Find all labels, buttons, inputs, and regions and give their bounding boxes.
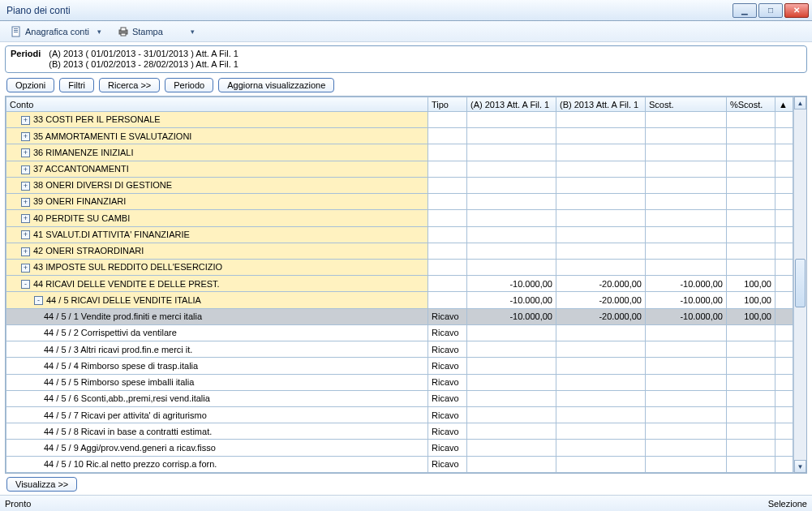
cell-blank [775, 440, 793, 456]
scroll-thumb[interactable] [795, 259, 806, 307]
col-conto[interactable]: Conto [6, 97, 428, 112]
table-row[interactable]: +42 ONERI STRAORDINARI [6, 243, 793, 259]
table-row[interactable]: +40 PERDITE SU CAMBI [6, 210, 793, 226]
cell-conto[interactable]: 44 / 5 / 2 Corrispettivi da ventilare [6, 324, 428, 341]
expand-icon[interactable]: + [21, 198, 30, 207]
expand-icon[interactable]: + [21, 165, 30, 174]
cell-scost [646, 226, 727, 243]
table-row[interactable]: 44 / 5 / 7 Ricavi per attivita' di agrit… [6, 406, 793, 423]
table-row[interactable]: 44 / 5 / 1 Vendite prod.finiti e merci i… [6, 308, 793, 324]
cell-scost [646, 406, 727, 423]
table-row[interactable]: 44 / 5 / 8 Ricavi in base a contratti es… [6, 423, 793, 440]
minimize-icon: ▁ [741, 6, 748, 15]
cell-blank [775, 112, 793, 128]
table-row[interactable]: +43 IMPOSTE SUL REDDITO DELL'ESERCIZIO [6, 259, 793, 275]
cell-conto[interactable]: +43 IMPOSTE SUL REDDITO DELL'ESERCIZIO [6, 259, 428, 275]
table-row[interactable]: +35 AMMORTAMENTI E SVALUTAZIONI [6, 128, 793, 144]
cell-conto[interactable]: +39 ONERI FINANZIARI [6, 194, 428, 210]
cell-conto[interactable]: 44 / 5 / 4 Rimborso spese di trasp.itali… [6, 358, 428, 374]
maximize-button[interactable]: □ [758, 3, 783, 18]
col-a[interactable]: (A) 2013 Att. A Fil. 1 [467, 97, 556, 112]
cell-conto[interactable]: 44 / 5 / 1 Vendite prod.finiti e merci i… [6, 308, 428, 324]
cell-b [556, 226, 646, 243]
table-row[interactable]: +39 ONERI FINANZIARI [6, 194, 793, 210]
cell-conto[interactable]: +41 SVALUT.DI ATTIVITA' FINANZIARIE [6, 226, 428, 243]
cell-conto[interactable]: -44 RICAVI DELLE VENDITE E DELLE PREST. [6, 276, 428, 292]
table-row[interactable]: +38 ONERI DIVERSI DI GESTIONE [6, 177, 793, 193]
table-row[interactable]: 44 / 5 / 3 Altri ricavi prod.fin.e merci… [6, 341, 793, 358]
cell-tipo [428, 194, 467, 210]
ricerca-button[interactable]: Ricerca >> [99, 78, 160, 92]
expand-icon[interactable]: + [21, 116, 30, 125]
collapse-icon[interactable]: - [21, 280, 30, 289]
col-tipo[interactable]: Tipo [428, 97, 467, 112]
expand-icon[interactable]: + [21, 182, 30, 191]
expand-icon[interactable]: + [21, 148, 30, 157]
table-row[interactable]: 44 / 5 / 10 Ric.al netto prezzo corrisp.… [6, 456, 793, 472]
col-b[interactable]: (B) 2013 Att. A Fil. 1 [556, 97, 646, 112]
anagrafica-conti-menu[interactable]: Anagrafica conti ▾ [5, 24, 107, 40]
cell-tipo: Ricavo [428, 440, 467, 456]
cell-a [467, 259, 556, 275]
cell-conto[interactable]: 44 / 5 / 9 Aggi/prov.vend.generi a ricav… [6, 440, 428, 456]
expand-icon[interactable]: + [21, 230, 30, 239]
vertical-scrollbar[interactable]: ▲ ▼ [793, 97, 806, 473]
table-row[interactable]: -44 RICAVI DELLE VENDITE E DELLE PREST.-… [6, 276, 793, 292]
table-row[interactable]: +33 COSTI PER IL PERSONALE [6, 112, 793, 128]
table-row[interactable]: +41 SVALUT.DI ATTIVITA' FINANZIARIE [6, 226, 793, 243]
chevron-down-icon: ▾ [191, 28, 195, 36]
filtri-button[interactable]: Filtri [59, 78, 94, 92]
cell-conto[interactable]: +35 AMMORTAMENTI E SVALUTAZIONI [6, 128, 428, 144]
visualizza-button[interactable]: Visualizza >> [6, 477, 77, 492]
table-row[interactable]: +37 ACCANTONAMENTI [6, 161, 793, 177]
table-row[interactable]: 44 / 5 / 5 Rimborso spese imballi italia… [6, 374, 793, 390]
opzioni-button[interactable]: Opzioni [6, 78, 54, 92]
cell-conto[interactable]: 44 / 5 / 3 Altri ricavi prod.fin.e merci… [6, 341, 428, 358]
cell-conto[interactable]: +40 PERDITE SU CAMBI [6, 210, 428, 226]
table-row[interactable]: -44 / 5 RICAVI DELLE VENDITE ITALIA-10.0… [6, 292, 793, 308]
cell-conto[interactable]: +36 RIMANENZE INIZIALI [6, 144, 428, 161]
row-label: 35 AMMORTAMENTI E SVALUTAZIONI [33, 131, 191, 141]
svg-rect-6 [121, 33, 126, 36]
cell-a [467, 324, 556, 341]
cell-a: -10.000,00 [467, 292, 556, 308]
cell-scost [646, 324, 727, 341]
cell-pscost [727, 226, 775, 243]
row-label: 44 / 5 / 10 Ric.al netto prezzo corrisp.… [44, 459, 217, 469]
cell-b [556, 423, 646, 440]
table-row[interactable]: +36 RIMANENZE INIZIALI [6, 144, 793, 161]
expand-icon[interactable]: + [21, 264, 30, 273]
table-row[interactable]: 44 / 5 / 4 Rimborso spese di trasp.itali… [6, 358, 793, 374]
expand-icon[interactable]: + [21, 214, 30, 223]
cell-blank [775, 177, 793, 193]
col-scost[interactable]: Scost. [646, 97, 727, 112]
cell-conto[interactable]: -44 / 5 RICAVI DELLE VENDITE ITALIA [6, 292, 428, 308]
col-pscost[interactable]: %Scost. [727, 97, 775, 112]
periodo-button[interactable]: Periodo [165, 78, 213, 92]
cell-scost [646, 177, 727, 193]
cell-conto[interactable]: +42 ONERI STRAORDINARI [6, 243, 428, 259]
table-row[interactable]: 44 / 5 / 2 Corrispettivi da ventilareRic… [6, 324, 793, 341]
cell-conto[interactable]: 44 / 5 / 5 Rimborso spese imballi italia [6, 374, 428, 390]
aggiorna-button[interactable]: Aggiorna visualizzazione [218, 78, 334, 92]
table-row[interactable]: 44 / 5 / 6 Sconti,abb.,premi,resi vend.i… [6, 390, 793, 406]
cell-conto[interactable]: 44 / 5 / 7 Ricavi per attivita' di agrit… [6, 406, 428, 423]
scroll-down-icon[interactable]: ▼ [794, 460, 806, 473]
cell-conto[interactable]: +37 ACCANTONAMENTI [6, 161, 428, 177]
cell-tipo: Ricavo [428, 406, 467, 423]
table-row[interactable]: 44 / 5 / 9 Aggi/prov.vend.generi a ricav… [6, 440, 793, 456]
expand-icon[interactable]: + [21, 132, 30, 141]
accounts-grid[interactable]: Conto Tipo (A) 2013 Att. A Fil. 1 (B) 20… [6, 97, 793, 473]
cell-conto[interactable]: 44 / 5 / 6 Sconti,abb.,premi,resi vend.i… [6, 390, 428, 406]
close-button[interactable]: ✕ [784, 3, 809, 18]
cell-scost [646, 358, 727, 374]
cell-conto[interactable]: 44 / 5 / 10 Ric.al netto prezzo corrisp.… [6, 456, 428, 472]
minimize-button[interactable]: ▁ [733, 3, 757, 18]
scroll-up-icon[interactable]: ▲ [794, 97, 806, 110]
cell-conto[interactable]: +38 ONERI DIVERSI DI GESTIONE [6, 177, 428, 193]
cell-conto[interactable]: +33 COSTI PER IL PERSONALE [6, 112, 428, 128]
cell-conto[interactable]: 44 / 5 / 8 Ricavi in base a contratti es… [6, 423, 428, 440]
collapse-icon[interactable]: - [34, 296, 43, 305]
stampa-menu[interactable]: Stampa ▾ [112, 24, 200, 40]
expand-icon[interactable]: + [21, 247, 30, 256]
